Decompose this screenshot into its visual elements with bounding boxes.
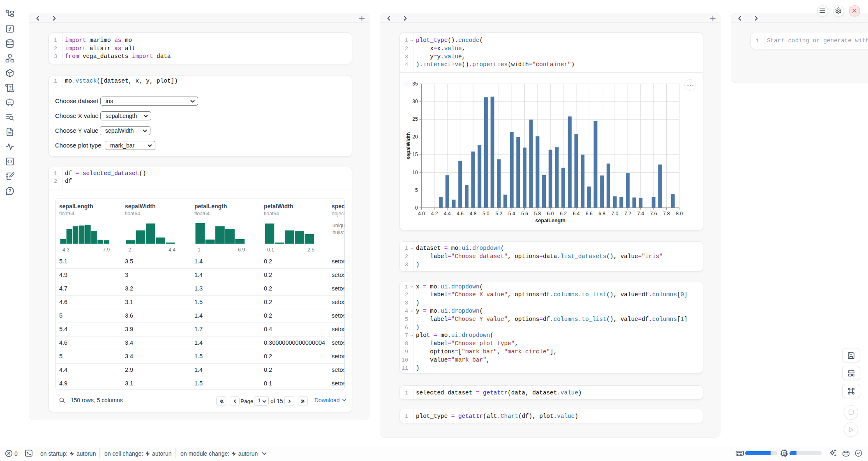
svg-text:20: 20 bbox=[412, 134, 418, 140]
svg-text:10: 10 bbox=[412, 170, 418, 175]
svg-text:5.4: 5.4 bbox=[508, 211, 515, 217]
svg-text:15: 15 bbox=[412, 152, 418, 157]
svg-text:6.6: 6.6 bbox=[586, 211, 593, 217]
svg-text:0: 0 bbox=[415, 205, 418, 211]
svg-text:6.4: 6.4 bbox=[573, 211, 580, 217]
svg-text:7.6: 7.6 bbox=[650, 211, 657, 217]
svg-text:6.0: 6.0 bbox=[547, 211, 554, 217]
svg-text:8.0: 8.0 bbox=[676, 211, 683, 217]
svg-text:4.0: 4.0 bbox=[418, 211, 425, 217]
svg-text:6.2: 6.2 bbox=[560, 211, 567, 217]
svg-text:6.8: 6.8 bbox=[598, 211, 605, 217]
svg-text:7.4: 7.4 bbox=[637, 211, 644, 217]
svg-text:25: 25 bbox=[412, 116, 418, 122]
svg-text:sepalWidth: sepalWidth bbox=[406, 132, 411, 160]
svg-text:5.0: 5.0 bbox=[482, 211, 489, 217]
svg-text:sepalLength: sepalLength bbox=[535, 218, 566, 224]
svg-text:5.6: 5.6 bbox=[521, 211, 528, 217]
svg-text:5.8: 5.8 bbox=[534, 211, 541, 217]
svg-text:4.4: 4.4 bbox=[444, 211, 451, 217]
svg-text:5.2: 5.2 bbox=[495, 211, 502, 217]
svg-text:30: 30 bbox=[412, 99, 418, 104]
svg-text:5: 5 bbox=[415, 187, 418, 193]
svg-text:35: 35 bbox=[412, 81, 418, 87]
svg-text:4.8: 4.8 bbox=[470, 211, 477, 217]
svg-text:7.2: 7.2 bbox=[624, 211, 631, 217]
svg-text:7.8: 7.8 bbox=[663, 211, 670, 217]
svg-text:7.0: 7.0 bbox=[612, 211, 619, 217]
svg-text:4.2: 4.2 bbox=[431, 211, 438, 217]
svg-text:4.6: 4.6 bbox=[457, 211, 464, 217]
